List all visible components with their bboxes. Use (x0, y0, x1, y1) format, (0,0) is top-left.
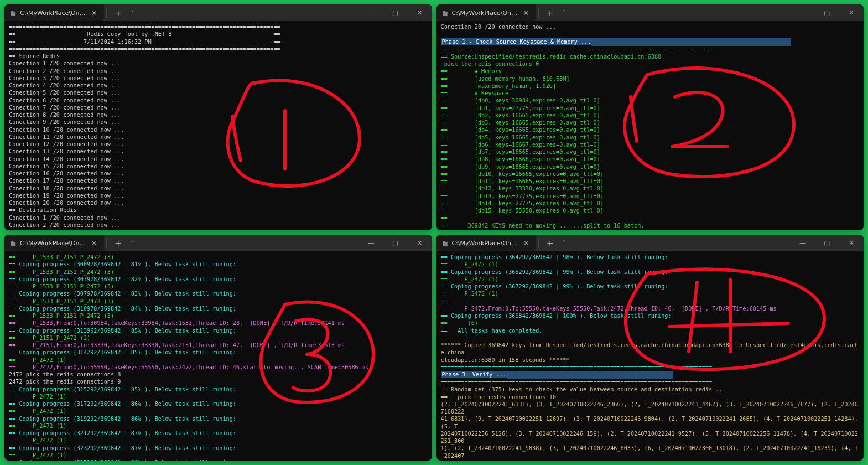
terminal-icon (442, 240, 449, 246)
new-tab-button[interactable]: + (541, 238, 559, 249)
tab-active[interactable]: C:\MyWorkPlace\OneDrive - M ✕ (4, 4, 104, 21)
terminal-window-2: C:\MyWorkPlace\OneDrive - M ✕ + ˅ — ▢ ✕ … (436, 4, 864, 230)
tab-title: C:\MyWorkPlace\OneDrive - M (20, 9, 87, 17)
titlebar[interactable]: C:\MyWorkPlace\OneDrive - M ✕ + ˅ — ▢ ✕ (436, 4, 864, 21)
tab-chevron-down-icon[interactable]: ˅ (127, 240, 137, 247)
tab-title: C:\MyWorkPlace\OneDrive - M (452, 240, 519, 247)
terminal-icon (10, 240, 17, 246)
tab-divider (538, 8, 539, 18)
close-tab-icon[interactable]: ✕ (90, 9, 98, 17)
close-tab-icon[interactable]: ✕ (522, 239, 531, 247)
tab-title: C:\MyWorkPlace\OneDrive - M (452, 9, 519, 17)
terminal-window-3: C:\MyWorkPlace\OneDrive - M ✕ + ˅ — ▢ ✕ … (4, 235, 432, 461)
terminal-icon (10, 9, 17, 16)
close-window-button[interactable]: ✕ (839, 4, 864, 21)
close-tab-icon[interactable]: ✕ (90, 239, 98, 247)
tab-active[interactable]: C:\MyWorkPlace\OneDrive - M ✕ (436, 4, 536, 21)
terminal-icon (442, 9, 449, 16)
terminal-output-1[interactable]: ========================================… (4, 21, 432, 230)
terminal-output-2[interactable]: Conection 20 /20 connected now ... Phase… (436, 21, 864, 230)
tab-active[interactable]: C:\MyWorkPlace\OneDrive - M ✕ (436, 235, 536, 251)
new-tab-button[interactable]: + (109, 238, 127, 249)
tab-title: C:\MyWorkPlace\OneDrive - M (20, 240, 87, 247)
close-window-button[interactable]: ✕ (408, 4, 432, 21)
titlebar[interactable]: C:\MyWorkPlace\OneDrive - M ✕ + ˅ — ▢ ✕ (4, 4, 432, 21)
close-window-button[interactable]: ✕ (839, 235, 864, 251)
maximize-button[interactable]: ▢ (815, 4, 839, 21)
new-tab-button[interactable]: + (541, 8, 559, 18)
close-window-button[interactable]: ✕ (408, 235, 432, 251)
minimize-button[interactable]: — (359, 4, 383, 21)
tab-chevron-down-icon[interactable]: ˅ (559, 9, 569, 17)
titlebar[interactable]: C:\MyWorkPlace\OneDrive - M ✕ + ˅ — ▢ ✕ (436, 235, 864, 251)
tab-chevron-down-icon[interactable]: ˅ (127, 9, 137, 17)
tab-divider (106, 238, 107, 248)
minimize-button[interactable]: — (791, 4, 815, 21)
terminal-window-4: C:\MyWorkPlace\OneDrive - M ✕ + ˅ — ▢ ✕ … (436, 235, 864, 461)
maximize-button[interactable]: ▢ (383, 4, 408, 21)
tab-active[interactable]: C:\MyWorkPlace\OneDrive - M ✕ (4, 235, 104, 251)
terminal-output-4[interactable]: == Coping progress (364292/369842 | 98% … (436, 251, 864, 461)
maximize-button[interactable]: ▢ (815, 235, 839, 251)
minimize-button[interactable]: — (791, 235, 815, 251)
maximize-button[interactable]: ▢ (383, 235, 408, 251)
tab-divider (538, 238, 539, 248)
terminal-window-1: C:\MyWorkPlace\OneDrive - M ✕ + ˅ — ▢ ✕ … (4, 4, 432, 230)
terminal-output-3[interactable]: == P_1533 P_2151 P_2472 (3) == Coping pr… (4, 251, 432, 461)
new-tab-button[interactable]: + (109, 8, 127, 18)
titlebar[interactable]: C:\MyWorkPlace\OneDrive - M ✕ + ˅ — ▢ ✕ (4, 235, 432, 251)
close-tab-icon[interactable]: ✕ (522, 9, 531, 17)
minimize-button[interactable]: — (359, 235, 383, 251)
tab-chevron-down-icon[interactable]: ˅ (559, 240, 569, 247)
tab-divider (106, 8, 107, 18)
